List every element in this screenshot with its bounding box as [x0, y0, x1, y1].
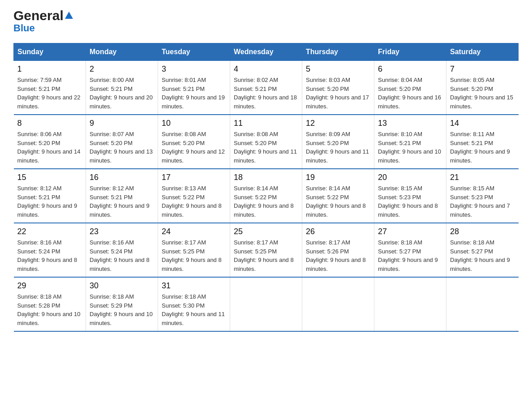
- daylight-label: Daylight: 9 hours and 10 minutes.: [378, 148, 441, 164]
- day-cell: 1 Sunrise: 7:59 AM Sunset: 5:21 PM Dayli…: [14, 61, 86, 115]
- day-number: 11: [234, 119, 298, 128]
- day-number: 29: [17, 281, 82, 291]
- logo-icon: [64, 8, 74, 21]
- sunrise-label: Sunrise: 8:10 AM: [378, 131, 422, 137]
- daylight-label: Daylight: 9 hours and 15 minutes.: [450, 94, 513, 110]
- daylight-label: Daylight: 9 hours and 11 minutes.: [306, 148, 369, 164]
- sunset-label: Sunset: 5:22 PM: [234, 194, 277, 201]
- day-number: 8: [17, 119, 82, 128]
- sunrise-label: Sunrise: 8:07 AM: [90, 131, 134, 137]
- day-cell: 22 Sunrise: 8:16 AM Sunset: 5:24 PM Dayl…: [14, 223, 86, 277]
- day-cell: 28 Sunrise: 8:18 AM Sunset: 5:27 PM Dayl…: [446, 223, 519, 277]
- week-row-4: 22 Sunrise: 8:16 AM Sunset: 5:24 PM Dayl…: [14, 223, 519, 277]
- sunrise-label: Sunrise: 8:15 AM: [378, 185, 422, 192]
- day-info: Sunrise: 8:10 AM Sunset: 5:21 PM Dayligh…: [378, 130, 442, 165]
- column-header-saturday: Saturday: [446, 43, 519, 61]
- day-cell: 27 Sunrise: 8:18 AM Sunset: 5:27 PM Dayl…: [374, 223, 446, 277]
- day-info: Sunrise: 8:02 AM Sunset: 5:21 PM Dayligh…: [234, 76, 298, 111]
- daylight-label: Daylight: 9 hours and 8 minutes.: [234, 202, 294, 218]
- daylight-label: Daylight: 9 hours and 8 minutes.: [162, 257, 222, 272]
- sunset-label: Sunset: 5:21 PM: [90, 86, 133, 92]
- sunrise-label: Sunrise: 8:18 AM: [450, 239, 494, 246]
- day-info: Sunrise: 8:12 AM Sunset: 5:21 PM Dayligh…: [17, 184, 82, 219]
- daylight-label: Daylight: 9 hours and 16 minutes.: [378, 94, 441, 110]
- day-cell: 18 Sunrise: 8:14 AM Sunset: 5:22 PM Dayl…: [230, 169, 302, 223]
- sunrise-label: Sunrise: 8:13 AM: [162, 185, 206, 192]
- day-cell: 26 Sunrise: 8:17 AM Sunset: 5:26 PM Dayl…: [302, 223, 374, 277]
- sunset-label: Sunset: 5:27 PM: [450, 248, 493, 255]
- day-number: 5: [306, 64, 370, 74]
- sunset-label: Sunset: 5:20 PM: [378, 86, 421, 92]
- sunrise-label: Sunrise: 8:14 AM: [234, 185, 278, 192]
- day-number: 17: [162, 173, 226, 182]
- day-number: 24: [162, 227, 226, 236]
- day-number: 21: [450, 173, 515, 182]
- day-cell: 2 Sunrise: 8:00 AM Sunset: 5:21 PM Dayli…: [86, 61, 158, 115]
- sunrise-label: Sunrise: 8:04 AM: [378, 77, 422, 83]
- sunset-label: Sunset: 5:23 PM: [378, 194, 421, 201]
- daylight-label: Daylight: 9 hours and 9 minutes.: [90, 202, 150, 218]
- sunset-label: Sunset: 5:25 PM: [162, 248, 205, 255]
- day-number: 27: [378, 227, 442, 236]
- day-info: Sunrise: 8:16 AM Sunset: 5:24 PM Dayligh…: [90, 238, 154, 273]
- day-number: 4: [234, 64, 298, 74]
- day-info: Sunrise: 8:18 AM Sunset: 5:28 PM Dayligh…: [17, 292, 82, 327]
- sunset-label: Sunset: 5:20 PM: [162, 140, 205, 146]
- day-cell: 12 Sunrise: 8:09 AM Sunset: 5:20 PM Dayl…: [302, 115, 374, 169]
- sunrise-label: Sunrise: 8:16 AM: [90, 239, 134, 246]
- sunrise-label: Sunrise: 7:59 AM: [17, 77, 62, 83]
- day-number: 26: [306, 227, 370, 236]
- week-row-2: 8 Sunrise: 8:06 AM Sunset: 5:20 PM Dayli…: [14, 115, 519, 169]
- day-info: Sunrise: 8:18 AM Sunset: 5:29 PM Dayligh…: [90, 292, 154, 327]
- day-cell: [374, 277, 446, 331]
- week-row-1: 1 Sunrise: 7:59 AM Sunset: 5:21 PM Dayli…: [14, 61, 519, 115]
- day-cell: 16 Sunrise: 8:12 AM Sunset: 5:21 PM Dayl…: [86, 169, 158, 223]
- sunset-label: Sunset: 5:30 PM: [162, 302, 205, 309]
- sunset-label: Sunset: 5:20 PM: [306, 86, 349, 92]
- day-cell: 3 Sunrise: 8:01 AM Sunset: 5:21 PM Dayli…: [158, 61, 230, 115]
- day-cell: 11 Sunrise: 8:08 AM Sunset: 5:20 PM Dayl…: [230, 115, 302, 169]
- day-cell: 17 Sunrise: 8:13 AM Sunset: 5:22 PM Dayl…: [158, 169, 230, 223]
- logo: General Blue: [13, 9, 74, 34]
- day-cell: 23 Sunrise: 8:16 AM Sunset: 5:24 PM Dayl…: [86, 223, 158, 277]
- sunset-label: Sunset: 5:20 PM: [306, 140, 349, 146]
- daylight-label: Daylight: 9 hours and 9 minutes.: [378, 257, 438, 272]
- day-cell: 8 Sunrise: 8:06 AM Sunset: 5:20 PM Dayli…: [14, 115, 86, 169]
- sunset-label: Sunset: 5:21 PM: [450, 140, 493, 146]
- sunrise-label: Sunrise: 8:18 AM: [90, 293, 134, 300]
- daylight-label: Daylight: 9 hours and 8 minutes.: [90, 257, 150, 272]
- day-number: 7: [450, 64, 515, 74]
- sunset-label: Sunset: 5:22 PM: [162, 194, 205, 201]
- daylight-label: Daylight: 9 hours and 17 minutes.: [306, 94, 369, 110]
- day-cell: 31 Sunrise: 8:18 AM Sunset: 5:30 PM Dayl…: [158, 277, 230, 331]
- calendar-table: SundayMondayTuesdayWednesdayThursdayFrid…: [13, 43, 519, 332]
- sunset-label: Sunset: 5:20 PM: [234, 140, 277, 146]
- day-info: Sunrise: 8:18 AM Sunset: 5:30 PM Dayligh…: [162, 292, 226, 327]
- day-number: 9: [90, 119, 154, 128]
- day-info: Sunrise: 8:08 AM Sunset: 5:20 PM Dayligh…: [162, 130, 226, 165]
- logo-blue-text: Blue: [13, 22, 35, 34]
- daylight-label: Daylight: 9 hours and 8 minutes.: [306, 202, 366, 218]
- sunrise-label: Sunrise: 8:16 AM: [17, 239, 62, 246]
- sunset-label: Sunset: 5:21 PM: [17, 194, 60, 201]
- daylight-label: Daylight: 9 hours and 8 minutes.: [378, 202, 438, 218]
- daylight-label: Daylight: 9 hours and 14 minutes.: [17, 148, 81, 164]
- daylight-label: Daylight: 9 hours and 20 minutes.: [90, 94, 153, 110]
- daylight-label: Daylight: 9 hours and 11 minutes.: [162, 311, 225, 326]
- daylight-label: Daylight: 9 hours and 8 minutes.: [17, 257, 77, 272]
- sunrise-label: Sunrise: 8:15 AM: [450, 185, 494, 192]
- day-number: 31: [162, 281, 226, 291]
- day-cell: 14 Sunrise: 8:11 AM Sunset: 5:21 PM Dayl…: [446, 115, 519, 169]
- day-info: Sunrise: 8:01 AM Sunset: 5:21 PM Dayligh…: [162, 76, 226, 111]
- day-info: Sunrise: 8:15 AM Sunset: 5:23 PM Dayligh…: [450, 184, 515, 219]
- day-number: 15: [17, 173, 82, 182]
- day-info: Sunrise: 8:16 AM Sunset: 5:24 PM Dayligh…: [17, 238, 82, 273]
- day-number: 18: [234, 173, 298, 182]
- daylight-label: Daylight: 9 hours and 19 minutes.: [162, 94, 225, 110]
- daylight-label: Daylight: 9 hours and 9 minutes.: [17, 202, 77, 218]
- day-info: Sunrise: 8:08 AM Sunset: 5:20 PM Dayligh…: [234, 130, 298, 165]
- day-info: Sunrise: 8:07 AM Sunset: 5:20 PM Dayligh…: [90, 130, 154, 165]
- column-header-monday: Monday: [86, 43, 158, 61]
- sunset-label: Sunset: 5:24 PM: [90, 248, 133, 255]
- day-info: Sunrise: 8:17 AM Sunset: 5:25 PM Dayligh…: [162, 238, 226, 273]
